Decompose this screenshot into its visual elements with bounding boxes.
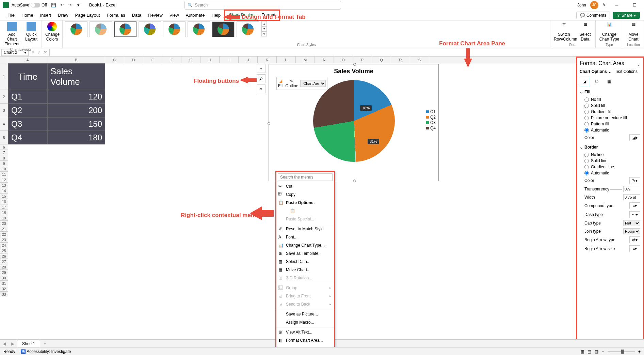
zoom-out-icon[interactable]: − bbox=[602, 349, 604, 354]
tab-formulas[interactable]: Formulas bbox=[103, 11, 129, 19]
ctx-cut[interactable]: ✂Cut bbox=[276, 182, 334, 190]
row-header-4[interactable]: 4 bbox=[0, 117, 8, 131]
row-header-12[interactable]: 12 bbox=[0, 177, 8, 183]
switch-row-col-button[interactable]: ⇄ Switch Row/Column bbox=[552, 21, 576, 42]
row-header-18[interactable]: 18 bbox=[0, 210, 8, 215]
pie-chart[interactable] bbox=[313, 80, 395, 162]
accessibility-status[interactable]: ♿ Accessibility: Investigate bbox=[21, 349, 71, 354]
ctx-reset-style[interactable]: ↺Reset to Match Style bbox=[276, 225, 334, 233]
ctx-alt-text[interactable]: 🗎View Alt Text... bbox=[276, 328, 334, 336]
opt-gradient-line[interactable]: Gradient line bbox=[580, 164, 640, 170]
ctx-save-template[interactable]: 🗎Save as Template... bbox=[276, 249, 334, 258]
chart-style-3[interactable] bbox=[114, 21, 136, 37]
row-header-5[interactable]: 5 bbox=[0, 131, 8, 144]
row-header-24[interactable]: 24 bbox=[0, 243, 8, 248]
opt-picture-fill[interactable]: Picture or texture fill bbox=[580, 115, 640, 121]
select-data-button[interactable]: ▦ Select Data bbox=[577, 21, 593, 42]
sheet-prev[interactable]: ◀ bbox=[0, 341, 9, 346]
search-box[interactable]: 🔍 bbox=[184, 1, 341, 10]
change-colors-button[interactable]: Change Colors bbox=[44, 21, 60, 42]
chart-legend[interactable]: Q1 Q2 Q3 Q4 bbox=[426, 109, 436, 131]
user-name[interactable]: John bbox=[577, 3, 586, 7]
view-normal-icon[interactable]: ▦ bbox=[580, 349, 584, 354]
zoom-slider[interactable] bbox=[608, 351, 635, 352]
add-sheet-button[interactable]: ＋ bbox=[40, 341, 50, 346]
select-all-corner[interactable] bbox=[0, 57, 8, 63]
mini-outline-button[interactable]: ✎Outline bbox=[285, 79, 298, 88]
chart-title[interactable]: Sales Volume bbox=[269, 64, 438, 78]
row-header-30[interactable]: 30 bbox=[0, 275, 8, 281]
row-header-25[interactable]: 25 bbox=[0, 248, 8, 253]
row-header-27[interactable]: 27 bbox=[0, 259, 8, 264]
row-header-13[interactable]: 13 bbox=[0, 183, 8, 188]
ctx-save-picture[interactable]: Save as Picture... bbox=[276, 310, 334, 318]
row-header-11[interactable]: 11 bbox=[0, 172, 8, 177]
chart-styles-button[interactable]: 🖌 bbox=[257, 74, 265, 83]
row-header-2[interactable]: 2 bbox=[0, 90, 8, 104]
chart-style-5[interactable] bbox=[163, 21, 186, 37]
compound-picker[interactable]: ≡▾ bbox=[629, 202, 640, 209]
cell-b3[interactable]: 200 bbox=[47, 104, 105, 117]
cell-a3[interactable]: Q2 bbox=[8, 104, 47, 117]
cell-a2[interactable]: Q1 bbox=[8, 90, 47, 104]
col-header-b[interactable]: B bbox=[47, 57, 105, 63]
cell-b5[interactable]: 180 bbox=[47, 131, 105, 144]
opt-pattern-fill[interactable]: Pattern fill bbox=[580, 121, 640, 127]
autosave-toggle[interactable]: AutoSave Off bbox=[12, 3, 47, 7]
chart-style-8[interactable] bbox=[237, 21, 259, 37]
tab-help[interactable]: Help bbox=[208, 11, 224, 19]
col-header-e[interactable]: E bbox=[143, 57, 162, 63]
begin-size-picker[interactable]: ≡▾ bbox=[629, 245, 640, 252]
col-header-a[interactable]: A bbox=[8, 57, 47, 63]
view-page-break-icon[interactable]: ▥ bbox=[595, 349, 598, 354]
ctx-change-chart-type[interactable]: 📊Change Chart Type... bbox=[276, 241, 334, 249]
header-time[interactable]: Time bbox=[8, 63, 47, 90]
row-header-31[interactable]: 31 bbox=[0, 281, 8, 286]
chart-style-6[interactable] bbox=[188, 21, 210, 37]
col-header-f[interactable]: F bbox=[162, 57, 181, 63]
sheet-next[interactable]: ▶ bbox=[9, 341, 17, 346]
chart-filters-button[interactable]: ▿ bbox=[257, 84, 265, 93]
redo-icon[interactable]: ↷ bbox=[67, 2, 73, 8]
move-chart-button[interactable]: ▦ Move Chart bbox=[625, 21, 642, 42]
col-header-l[interactable]: L bbox=[277, 57, 296, 63]
width-input[interactable] bbox=[623, 194, 640, 200]
styles-expand-icon[interactable]: ⊽ bbox=[261, 31, 267, 36]
chart-style-7[interactable] bbox=[212, 21, 235, 37]
user-avatar[interactable]: JC bbox=[590, 1, 598, 9]
opt-auto-line[interactable]: Automatic bbox=[580, 170, 640, 176]
tab-view[interactable]: View bbox=[166, 11, 182, 19]
row-header-14[interactable]: 14 bbox=[0, 188, 8, 194]
opt-solid-line[interactable]: Solid line bbox=[580, 158, 640, 164]
mini-fill-button[interactable]: ◢Fill bbox=[278, 79, 283, 88]
col-header-g[interactable]: G bbox=[181, 57, 200, 63]
tab-review[interactable]: Review bbox=[145, 11, 166, 19]
col-header-r[interactable]: R bbox=[391, 57, 410, 63]
row-header-3[interactable]: 3 bbox=[0, 104, 8, 117]
row-header-10[interactable]: 10 bbox=[0, 166, 8, 172]
pane-chevron-icon[interactable]: ⌄ bbox=[637, 62, 640, 67]
border-section-header[interactable]: ⌄Border bbox=[580, 145, 640, 150]
row-header-15[interactable]: 15 bbox=[0, 194, 8, 199]
col-header-m[interactable]: M bbox=[296, 57, 315, 63]
row-header-17[interactable]: 17 bbox=[0, 204, 8, 210]
pane-fill-line-tab[interactable]: ◢ bbox=[580, 77, 589, 86]
row-header-6[interactable]: 6 bbox=[0, 144, 8, 150]
col-header-j[interactable]: J bbox=[239, 57, 258, 63]
row-header-21[interactable]: 21 bbox=[0, 226, 8, 232]
minimize-button[interactable]: ─ bbox=[610, 0, 624, 10]
save-icon[interactable]: 💾 bbox=[51, 2, 57, 8]
context-search[interactable] bbox=[278, 173, 333, 181]
row-header-28[interactable]: 28 bbox=[0, 264, 8, 270]
row-header-32[interactable]: 32 bbox=[0, 286, 8, 292]
col-header-o[interactable]: O bbox=[334, 57, 353, 63]
fill-section-header[interactable]: ⌄Fill bbox=[580, 90, 640, 94]
ctx-select-data[interactable]: ▦Select Data... bbox=[276, 258, 334, 266]
opt-gradient-fill[interactable]: Gradient fill bbox=[580, 109, 640, 115]
tab-page-layout[interactable]: Page Layout bbox=[72, 11, 103, 19]
tab-home[interactable]: Home bbox=[18, 11, 37, 19]
cell-b2[interactable]: 120 bbox=[47, 90, 105, 104]
ctx-move-chart[interactable]: ▦Move Chart... bbox=[276, 266, 334, 274]
opt-no-fill[interactable]: No fill bbox=[580, 96, 640, 103]
search-input[interactable] bbox=[195, 3, 338, 7]
